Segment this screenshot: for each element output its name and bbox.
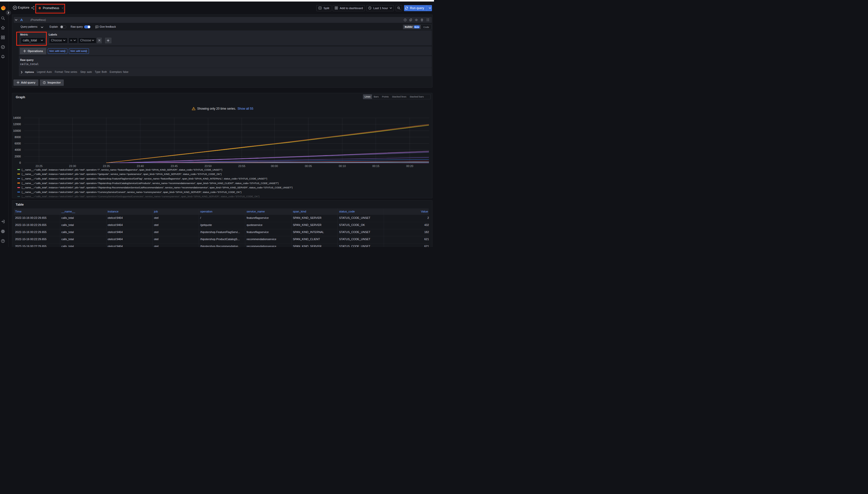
- svg-text:00:05: 00:05: [305, 165, 312, 168]
- svg-text:6000: 6000: [15, 142, 21, 145]
- svg-text:10000: 10000: [13, 129, 21, 132]
- svg-text:00:15: 00:15: [372, 165, 379, 168]
- svg-text:00:00: 00:00: [271, 165, 278, 168]
- svg-text:00:10: 00:10: [339, 165, 346, 168]
- svg-text:23:55: 23:55: [238, 165, 246, 168]
- svg-text:23:45: 23:45: [171, 165, 178, 168]
- svg-text:4000: 4000: [15, 148, 21, 151]
- svg-text:23:50: 23:50: [204, 165, 212, 168]
- svg-text:0: 0: [19, 161, 21, 164]
- svg-text:14000: 14000: [13, 116, 21, 119]
- svg-text:12000: 12000: [13, 122, 21, 126]
- svg-text:23:25: 23:25: [36, 165, 43, 168]
- svg-text:23:40: 23:40: [137, 165, 144, 168]
- svg-text:8000: 8000: [15, 136, 21, 139]
- svg-text:23:30: 23:30: [69, 165, 76, 168]
- svg-text:2000: 2000: [15, 155, 21, 158]
- svg-text:23:35: 23:35: [103, 165, 110, 168]
- svg-text:00:20: 00:20: [406, 165, 413, 168]
